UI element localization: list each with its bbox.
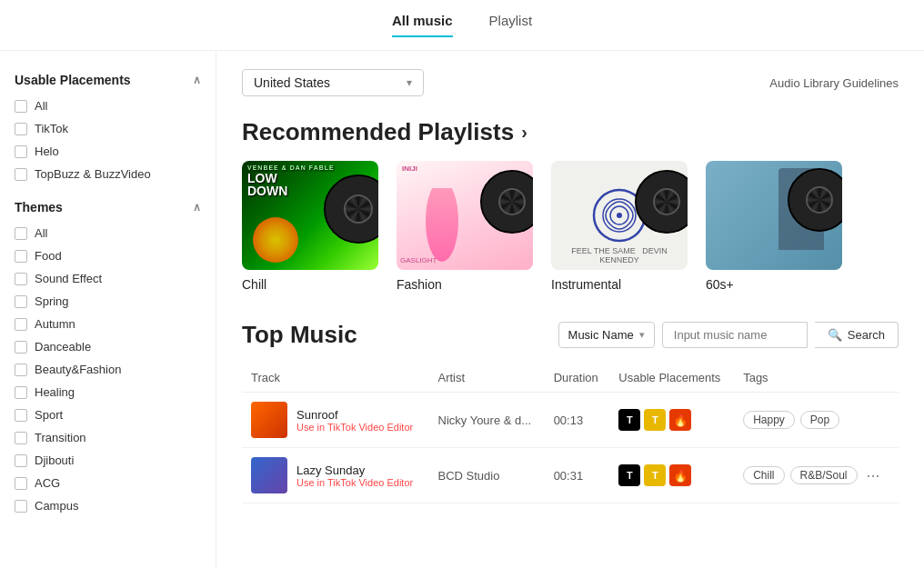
col-track: Track [242, 364, 429, 393]
theme-sound-effect[interactable]: Sound Effect [0, 267, 216, 290]
svg-point-3 [617, 213, 622, 218]
platforms-cell-sunroof: T T 🔥 [609, 393, 734, 448]
placement-topbuzz[interactable]: TopBuzz & BuzzVideo [0, 163, 216, 185]
theme-sport[interactable]: Sport [0, 404, 216, 426]
tag-pop[interactable]: Pop [800, 411, 839, 429]
track-name-sunroof: Sunroof [296, 408, 413, 422]
search-button[interactable]: 🔍 Search [815, 322, 899, 348]
search-button-label: Search [848, 328, 885, 342]
placement-helo-label: Helo [35, 144, 59, 158]
placements-title: Usable Placements [15, 73, 131, 87]
music-name-filter[interactable]: Music Name ▾ [558, 322, 655, 348]
playlist-label-fashion: Fashion [397, 277, 442, 292]
playlist-card-chill[interactable]: VENBEE & DAN FABLE LOWDOWN Chill [242, 161, 378, 292]
theme-beauty-fashion[interactable]: Beauty&Fashion [0, 358, 216, 381]
track-editor-link-lazy-sunday[interactable]: Use in TikTok Video Editor [296, 477, 413, 488]
recommended-arrow-icon[interactable]: › [521, 122, 527, 143]
playlist-thumb-chill: VENBEE & DAN FABLE LOWDOWN [242, 161, 378, 270]
top-music-title: Top Music [242, 321, 357, 349]
top-tabs-bar: All music Playlist [0, 0, 924, 51]
more-options-button[interactable]: ··· [863, 466, 884, 485]
theme-autumn[interactable]: Autumn [0, 313, 216, 335]
theme-all[interactable]: All [0, 222, 216, 244]
country-selector[interactable]: United States ▾ [242, 69, 424, 96]
table-row: Lazy Sunday Use in TikTok Video Editor B… [242, 448, 899, 503]
duration-cell-sunroof: 00:13 [545, 393, 610, 448]
tag-rb-soul[interactable]: R&B/Soul [790, 466, 858, 484]
col-artist: Artist [429, 364, 545, 393]
search-bar: Music Name ▾ 🔍 Search [558, 322, 899, 348]
col-tags: Tags [734, 364, 899, 393]
placement-topbuzz-checkbox[interactable] [15, 168, 27, 181]
track-thumb-lazy-sunday [251, 457, 287, 493]
fire-icon: 🔥 [669, 409, 691, 431]
sidebar-section-themes: Themes ∧ All Food Sound Effect Spring Au… [0, 193, 216, 517]
tiktok-icon: T [618, 409, 640, 431]
tags-cell-sunroof: Happy Pop [734, 393, 899, 448]
placements-header[interactable]: Usable Placements ∧ [0, 65, 216, 95]
placement-tiktok-label: TikTok [35, 122, 68, 135]
playlist-label-chill: Chill [242, 277, 266, 292]
track-editor-link-sunroof[interactable]: Use in TikTok Video Editor [296, 422, 413, 433]
theme-food[interactable]: Food [0, 244, 216, 267]
tags-cell-lazy-sunday: Chill R&B/Soul ··· [734, 448, 899, 503]
tab-all-music[interactable]: All music [392, 13, 453, 37]
track-name-lazy-sunday: Lazy Sunday [296, 463, 413, 477]
tiktok-icon: T [618, 464, 640, 486]
themes-title: Themes [15, 200, 63, 214]
recommended-playlists-title: Recommended Playlists › [242, 118, 899, 146]
placement-topbuzz-label: TopBuzz & BuzzVideo [35, 167, 151, 181]
topbuzz-icon: T [644, 464, 666, 486]
search-icon: 🔍 [828, 328, 842, 342]
placement-helo[interactable]: Helo [0, 140, 216, 163]
topbuzz-icon: T [644, 409, 666, 431]
music-filter-chevron-icon: ▾ [639, 329, 645, 341]
theme-spring[interactable]: Spring [0, 290, 216, 313]
music-search-input[interactable] [662, 322, 808, 348]
fire-icon: 🔥 [669, 464, 691, 486]
main-layout: Usable Placements ∧ All TikTok Helo TopB… [0, 51, 924, 568]
col-duration: Duration [545, 364, 610, 393]
audio-guidelines-link[interactable]: Audio Library Guidelines [769, 76, 899, 90]
playlist-card-60s[interactable]: 60s+ [706, 161, 842, 292]
col-usable-placements: Usable Placements [609, 364, 734, 393]
top-music-header: Top Music Music Name ▾ 🔍 Search [242, 321, 899, 349]
playlist-thumb-fashion: INIJI GASLIGHT [397, 161, 533, 270]
placement-all[interactable]: All [0, 95, 216, 117]
playlists-row: VENBEE & DAN FABLE LOWDOWN Chill INIJI G… [242, 161, 899, 292]
main-content: United States ▾ Audio Library Guidelines… [216, 51, 924, 568]
artist-cell-sunroof: Nicky Youre & d... [429, 393, 545, 448]
theme-campus[interactable]: Campus [0, 494, 216, 517]
country-value: United States [254, 75, 330, 90]
track-cell-lazy-sunday: Lazy Sunday Use in TikTok Video Editor [242, 448, 429, 503]
playlist-thumb-instrumental: FEEL THE SAME DEVIN KENNEDY [551, 161, 688, 270]
top-bar: United States ▾ Audio Library Guidelines [242, 69, 899, 96]
playlist-thumb-60s [706, 161, 842, 270]
theme-healing[interactable]: Healing [0, 381, 216, 404]
placements-chevron: ∧ [193, 74, 201, 86]
theme-danceable[interactable]: Danceable [0, 335, 216, 358]
track-thumb-sunroof [251, 402, 287, 438]
sidebar: Usable Placements ∧ All TikTok Helo TopB… [0, 51, 216, 568]
placement-all-checkbox[interactable] [15, 100, 27, 113]
tag-happy[interactable]: Happy [743, 411, 795, 429]
placement-helo-checkbox[interactable] [15, 145, 27, 158]
theme-djibouti[interactable]: Djibouti [0, 449, 216, 472]
music-table: Track Artist Duration Usable Placements … [242, 364, 899, 503]
table-row: Sunroof Use in TikTok Video Editor Nicky… [242, 393, 899, 448]
themes-header[interactable]: Themes ∧ [0, 193, 216, 222]
tab-playlist[interactable]: Playlist [489, 13, 533, 37]
theme-transition[interactable]: Transition [0, 426, 216, 449]
track-cell-sunroof: Sunroof Use in TikTok Video Editor [242, 393, 429, 448]
playlist-label-60s: 60s+ [706, 277, 734, 292]
duration-cell-lazy-sunday: 00:31 [545, 448, 610, 503]
playlist-label-instrumental: Instrumental [551, 277, 621, 292]
music-name-filter-label: Music Name [568, 328, 634, 342]
playlist-card-instrumental[interactable]: FEEL THE SAME DEVIN KENNEDY Instrumental [551, 161, 688, 292]
tag-chill[interactable]: Chill [743, 466, 784, 484]
placement-tiktok-checkbox[interactable] [15, 123, 27, 135]
platforms-cell-lazy-sunday: T T 🔥 [609, 448, 734, 503]
playlist-card-fashion[interactable]: INIJI GASLIGHT Fashion [397, 161, 533, 292]
placement-tiktok[interactable]: TikTok [0, 117, 216, 140]
theme-acg[interactable]: ACG [0, 472, 216, 494]
